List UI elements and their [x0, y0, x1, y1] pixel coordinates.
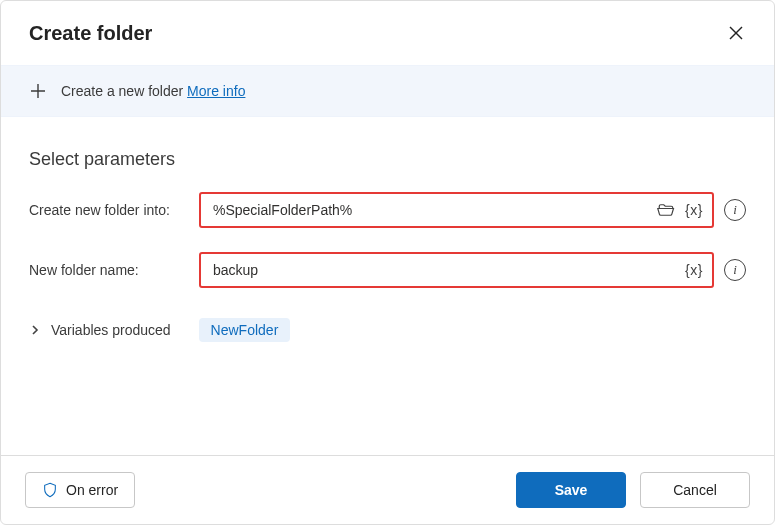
- cancel-button[interactable]: Cancel: [640, 472, 750, 508]
- shield-icon: [42, 482, 58, 498]
- info-banner: Create a new folder More info: [1, 65, 774, 117]
- banner-text: Create a new folder More info: [61, 83, 245, 99]
- variable-chip-newfolder[interactable]: NewFolder: [199, 318, 291, 342]
- banner-message: Create a new folder: [61, 83, 183, 99]
- input-wrap-folder-into: {x}: [199, 192, 714, 228]
- info-icon: i: [733, 262, 737, 278]
- section-title: Select parameters: [29, 149, 746, 170]
- browse-folder-button[interactable]: [654, 198, 678, 222]
- dialog-title: Create folder: [29, 22, 152, 45]
- field-row-folder-into: Create new folder into: {x} i: [29, 192, 746, 228]
- input-wrap-folder-name: {x}: [199, 252, 714, 288]
- field-row-folder-name: New folder name: {x} i: [29, 252, 746, 288]
- plus-icon: [29, 82, 47, 100]
- folder-open-icon: [657, 201, 675, 219]
- info-button-folder-into[interactable]: i: [724, 199, 746, 221]
- label-folder-name: New folder name:: [29, 262, 189, 278]
- close-icon: [729, 26, 743, 40]
- save-label: Save: [555, 482, 588, 498]
- chevron-right-icon: [29, 324, 41, 336]
- on-error-button[interactable]: On error: [25, 472, 135, 508]
- on-error-label: On error: [66, 482, 118, 498]
- more-info-link[interactable]: More info: [187, 83, 245, 99]
- dialog-footer: On error Save Cancel: [1, 455, 774, 524]
- variables-produced-label: Variables produced: [51, 322, 171, 338]
- label-folder-into: Create new folder into:: [29, 202, 189, 218]
- info-icon: i: [733, 202, 737, 218]
- dialog-header: Create folder: [1, 1, 774, 65]
- close-button[interactable]: [722, 19, 750, 47]
- cancel-label: Cancel: [673, 482, 717, 498]
- variables-produced-row: Variables produced NewFolder: [29, 318, 746, 342]
- insert-variable-button[interactable]: {x}: [682, 258, 706, 282]
- input-folder-name[interactable]: [211, 261, 678, 279]
- info-button-folder-name[interactable]: i: [724, 259, 746, 281]
- save-button[interactable]: Save: [516, 472, 626, 508]
- input-folder-into[interactable]: [211, 201, 650, 219]
- expand-variables-button[interactable]: [29, 324, 41, 336]
- footer-right: Save Cancel: [516, 472, 750, 508]
- insert-variable-button[interactable]: {x}: [682, 198, 706, 222]
- create-folder-dialog: Create folder Create a new folder More i…: [0, 0, 775, 525]
- dialog-body: Select parameters Create new folder into…: [1, 117, 774, 455]
